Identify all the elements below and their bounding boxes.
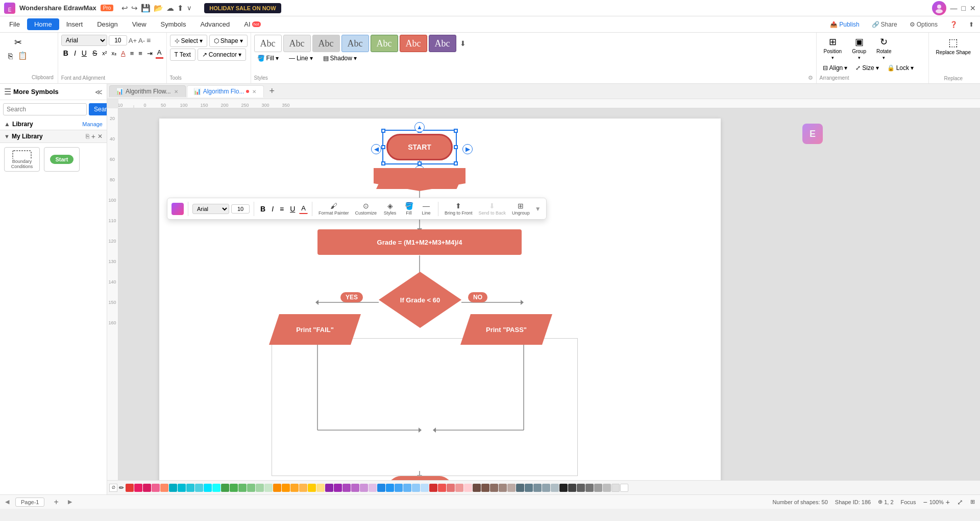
ft-italic-button[interactable]: I: [270, 204, 276, 214]
list1-button[interactable]: ≡: [129, 49, 136, 58]
group-button[interactable]: ▣ Group ▾: [848, 35, 870, 62]
color-swatch[interactable]: [160, 484, 168, 492]
shape-preview-boundary[interactable]: Boundary Conditions: [4, 147, 40, 172]
align-arrange-button[interactable]: ⊟ Align ▾: [820, 63, 851, 73]
ft-bring-to-front-button[interactable]: ⬆ Bring to Front: [443, 201, 475, 217]
redo-button[interactable]: ↪: [131, 4, 138, 13]
menu-home[interactable]: Home: [27, 18, 59, 30]
cut-button[interactable]: ✂: [6, 36, 30, 49]
fill-button[interactable]: 🪣 Fill ▾: [254, 54, 282, 63]
search-input[interactable]: [3, 103, 87, 115]
fit-page-button[interactable]: ⊞: [970, 499, 975, 505]
color-swatch[interactable]: [490, 484, 498, 492]
export-button[interactable]: ⬆: [177, 4, 184, 13]
font-family-select[interactable]: Arial: [61, 35, 107, 46]
ft-styles-button[interactable]: ◈ Styles: [381, 201, 399, 217]
tab-close-2[interactable]: ✕: [251, 89, 257, 94]
open-button[interactable]: 📂: [154, 4, 163, 13]
manage-button[interactable]: Manage: [82, 121, 103, 127]
page-tab-1[interactable]: Page-1: [15, 498, 44, 507]
color-swatch[interactable]: [611, 484, 620, 492]
color-swatch[interactable]: [499, 484, 507, 492]
list2-button[interactable]: ≡: [137, 49, 144, 58]
maximize-button[interactable]: □: [962, 4, 966, 12]
lock-button[interactable]: 🔒 Lock ▾: [884, 63, 917, 73]
color-swatch[interactable]: [169, 484, 177, 492]
tab-close-1[interactable]: ✕: [173, 89, 179, 94]
color-swatch[interactable]: [542, 484, 550, 492]
color-swatch[interactable]: [603, 484, 611, 492]
ft-customize-button[interactable]: ⊙ Customize: [353, 201, 379, 217]
ft-send-to-back-button[interactable]: ⬇ Send to Back: [477, 201, 508, 217]
sidebar-collapse-button[interactable]: ≪: [95, 88, 103, 96]
color-swatch[interactable]: [481, 484, 489, 492]
fullscreen-button[interactable]: ⤢: [957, 498, 963, 506]
color-swatch[interactable]: [464, 484, 472, 492]
color-swatch[interactable]: [134, 484, 142, 492]
text-tool-button[interactable]: T Text: [170, 49, 195, 61]
abc-style-7[interactable]: Abc: [429, 35, 456, 52]
color-swatch[interactable]: [334, 484, 342, 492]
undo-button[interactable]: ↩: [121, 4, 128, 13]
styles-expand-button[interactable]: ⬇: [458, 38, 468, 49]
menu-design[interactable]: Design: [90, 18, 125, 30]
abc-style-2[interactable]: Abc: [283, 35, 311, 52]
italic-button[interactable]: I: [72, 48, 78, 58]
color-swatch[interactable]: [429, 484, 437, 492]
add-tab-button[interactable]: +: [265, 84, 279, 99]
menu-view[interactable]: View: [125, 18, 154, 30]
font-size-input[interactable]: [109, 35, 127, 45]
focus-button[interactable]: Focus: [901, 499, 916, 505]
ft-bold-button[interactable]: B: [258, 204, 267, 214]
expand-button[interactable]: ⬆: [965, 19, 978, 30]
color-swatch[interactable]: [421, 484, 429, 492]
color-swatch[interactable]: [473, 484, 481, 492]
color-swatch[interactable]: [178, 484, 186, 492]
color-swatch[interactable]: [152, 484, 160, 492]
color-swatch[interactable]: [377, 484, 385, 492]
my-library-copy-button[interactable]: ⎘: [86, 132, 89, 140]
ft-expand-button[interactable]: ▼: [534, 204, 542, 214]
copy-button[interactable]: ⎘: [6, 50, 15, 61]
abc-style-6[interactable]: Abc: [400, 35, 427, 52]
size-button[interactable]: ⤢ Size ▾: [852, 63, 881, 73]
connector-tool-button[interactable]: ↗ Connector ▾: [198, 49, 246, 61]
strikethrough-button[interactable]: S: [90, 48, 99, 58]
user-avatar[interactable]: [932, 1, 946, 15]
indent-button[interactable]: ⇥: [145, 49, 154, 58]
color-swatch[interactable]: [447, 484, 455, 492]
color-swatch[interactable]: [585, 484, 594, 492]
color-swatch[interactable]: [559, 484, 568, 492]
color-swatch[interactable]: [516, 484, 524, 492]
font-color-button[interactable]: A: [156, 48, 163, 59]
color-swatch[interactable]: [594, 484, 602, 492]
text-more-button[interactable]: A: [119, 49, 127, 58]
ft-align-button[interactable]: ≡: [278, 204, 286, 214]
shape-grade[interactable]: Grade = (M1+M2+M3+M4)/4: [317, 229, 522, 255]
color-swatch[interactable]: [143, 484, 151, 492]
underline-button[interactable]: U: [80, 48, 89, 58]
right-arrow-handle[interactable]: ▶: [462, 144, 473, 154]
save-button[interactable]: 💾: [141, 4, 151, 13]
library-label[interactable]: Library: [12, 121, 33, 128]
color-swatch[interactable]: [369, 484, 377, 492]
font-shrink-button[interactable]: A-: [138, 37, 145, 44]
color-swatch[interactable]: [308, 484, 316, 492]
shape-tool-button[interactable]: ⬡ Shape ▾: [209, 35, 248, 47]
select-tool-button[interactable]: ⊹ Select ▾: [170, 35, 207, 47]
color-swatch[interactable]: [386, 484, 394, 492]
abc-style-1[interactable]: Abc: [254, 35, 282, 52]
color-swatch[interactable]: [204, 484, 212, 492]
color-swatch[interactable]: [342, 484, 351, 492]
shape-preview-start[interactable]: Start: [44, 147, 80, 172]
publish-button[interactable]: 📤 Publish: [825, 19, 864, 30]
shape-arrow-down[interactable]: [374, 168, 465, 191]
ft-underline-button[interactable]: U: [288, 204, 297, 214]
abc-style-4[interactable]: Abc: [341, 35, 369, 52]
ft-size-input[interactable]: [231, 204, 250, 214]
tab-algorithm-flow-1[interactable]: 📊 Algorithm Flow... ✕: [109, 85, 186, 97]
menu-symbols[interactable]: Symbols: [154, 18, 193, 30]
color-swatch[interactable]: [360, 484, 368, 492]
ft-font-select[interactable]: Arial: [192, 204, 229, 214]
color-swatch[interactable]: [577, 484, 585, 492]
